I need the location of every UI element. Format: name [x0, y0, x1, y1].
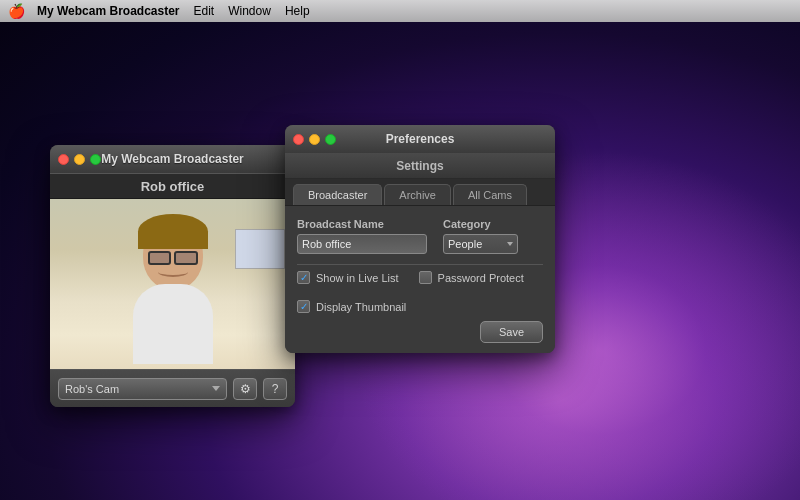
prefs-titlebar: Preferences: [285, 125, 555, 153]
close-button[interactable]: [58, 154, 69, 165]
password-protect-checkbox[interactable]: [419, 271, 432, 284]
prefs-window-title: Preferences: [386, 132, 455, 146]
person-glasses: [148, 251, 198, 265]
show-in-live-list-checkbox[interactable]: [297, 271, 310, 284]
show-in-live-list-row: Show in Live List: [297, 271, 399, 284]
gear-button[interactable]: ⚙: [233, 378, 257, 400]
broadcast-name-label: Broadcast Name: [297, 218, 427, 230]
display-thumbnail-label: Display Thumbnail: [316, 301, 406, 313]
video-feed: [50, 199, 295, 369]
help-icon: ?: [272, 382, 279, 396]
webcam-titlebar: My Webcam Broadcaster: [50, 145, 295, 173]
menu-bar: 🍎 My Webcam Broadcaster Edit Window Help: [0, 0, 800, 22]
tab-all-cams[interactable]: All Cams: [453, 184, 527, 205]
save-row: Save: [297, 321, 543, 343]
field-row-names: Broadcast Name Category People: [297, 218, 543, 254]
tab-broadcaster[interactable]: Broadcaster: [293, 184, 382, 205]
window-menu[interactable]: Window: [228, 4, 271, 18]
field-group-broadcast-name: Broadcast Name: [297, 218, 427, 254]
gear-icon: ⚙: [240, 382, 251, 396]
broadcast-name-bar: Rob office: [50, 173, 295, 199]
save-button[interactable]: Save: [480, 321, 543, 343]
prefs-maximize-button[interactable]: [325, 134, 336, 145]
traffic-lights: [58, 154, 101, 165]
category-value: People: [448, 238, 482, 250]
show-in-live-list-label: Show in Live List: [316, 272, 399, 284]
cam-selector-value: Rob's Cam: [65, 383, 119, 395]
help-button[interactable]: ?: [263, 378, 287, 400]
webcam-bottom-bar: Rob's Cam ⚙ ?: [50, 369, 295, 407]
person-smile: [158, 267, 188, 277]
prefs-traffic-lights: [293, 134, 336, 145]
minimize-button[interactable]: [74, 154, 85, 165]
broadcast-name-input[interactable]: [297, 234, 427, 254]
prefs-close-button[interactable]: [293, 134, 304, 145]
field-group-category: Category People: [443, 218, 518, 254]
glasses-right: [174, 251, 198, 265]
display-thumbnail-row: Display Thumbnail: [297, 300, 543, 313]
video-area: [50, 199, 295, 369]
checkbox-row-pair-1: Show in Live List Password Protect: [297, 271, 543, 292]
cam-selector-arrow-icon: [212, 386, 220, 391]
category-select[interactable]: People: [443, 234, 518, 254]
edit-menu[interactable]: Edit: [194, 4, 215, 18]
help-menu[interactable]: Help: [285, 4, 310, 18]
category-select-arrow-icon: [507, 242, 513, 246]
category-label: Category: [443, 218, 518, 230]
person-figure: [118, 209, 228, 369]
tab-archive[interactable]: Archive: [384, 184, 451, 205]
maximize-button[interactable]: [90, 154, 101, 165]
password-protect-label: Password Protect: [438, 272, 524, 284]
video-bg-element: [235, 229, 285, 269]
settings-header: Settings: [285, 153, 555, 179]
prefs-minimize-button[interactable]: [309, 134, 320, 145]
tabs-bar: Broadcaster Archive All Cams: [285, 179, 555, 206]
webcam-window: My Webcam Broadcaster Rob office: [50, 145, 295, 407]
webcam-window-title: My Webcam Broadcaster: [101, 152, 244, 166]
prefs-content: Broadcast Name Category People Show in L…: [285, 206, 555, 353]
display-thumbnail-checkbox[interactable]: [297, 300, 310, 313]
person-body: [133, 284, 213, 364]
person-hair: [138, 214, 208, 249]
divider-1: [297, 264, 543, 265]
password-protect-row: Password Protect: [419, 271, 524, 284]
settings-label: Settings: [396, 159, 443, 173]
preferences-window: Preferences Settings Broadcaster Archive…: [285, 125, 555, 353]
app-menu-name[interactable]: My Webcam Broadcaster: [37, 4, 180, 18]
apple-menu[interactable]: 🍎: [8, 3, 25, 19]
cam-selector-dropdown[interactable]: Rob's Cam: [58, 378, 227, 400]
glasses-left: [148, 251, 172, 265]
broadcast-name-display: Rob office: [141, 179, 205, 194]
person-head: [143, 219, 203, 289]
